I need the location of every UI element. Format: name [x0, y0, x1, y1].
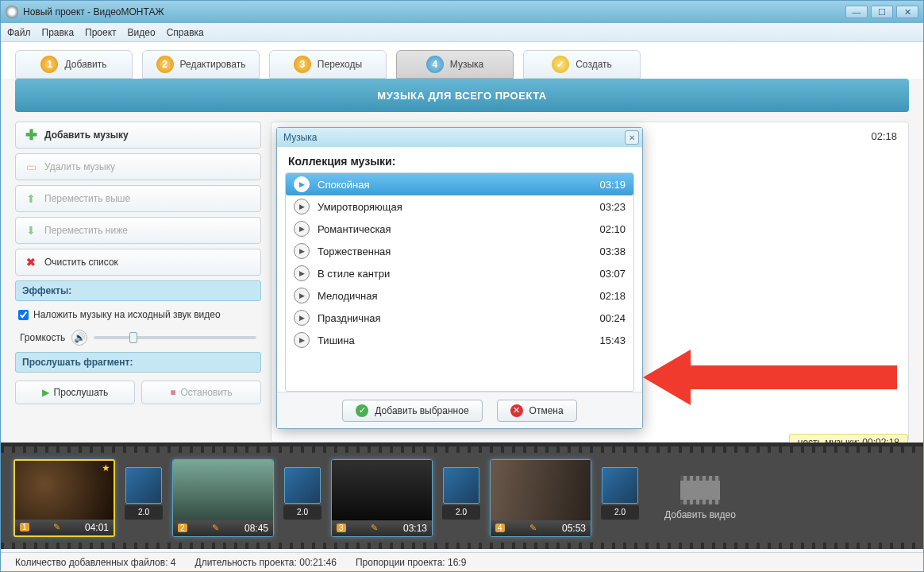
check-icon: ✓: [356, 404, 368, 417]
banner: МУЗЫКА ДЛЯ ВСЕГО ПРОЕКТА: [15, 79, 909, 112]
cancel-button[interactable]: ✕Отмена: [497, 400, 577, 422]
speaker-icon[interactable]: 🔊: [71, 330, 87, 346]
app-icon: [6, 6, 18, 18]
timeline[interactable]: ★ 1✎04:01 2.0 2✎08:45 2.0 3✎03:13 2.0 4✎…: [1, 443, 923, 549]
sidebar: ✚Добавить музыку ▭Удалить музыку ⬆Переме…: [15, 122, 261, 443]
menubar: Файл Правка Проект Видео Справка: [1, 23, 923, 42]
step-create[interactable]: Создать: [523, 50, 641, 79]
slider-thumb[interactable]: [129, 332, 137, 343]
play-icon[interactable]: ▶: [294, 332, 310, 348]
play-icon[interactable]: ▶: [294, 310, 310, 326]
track-row[interactable]: ▶Праздничная00:24: [286, 307, 633, 329]
titlebar: Новый проект - ВидеоМОНТАЖ — ☐ ✕: [1, 1, 923, 23]
edit-icon[interactable]: ✎: [371, 523, 378, 533]
menu-help[interactable]: Справка: [167, 27, 204, 38]
close-button[interactable]: ✕: [896, 6, 918, 18]
menu-video[interactable]: Видео: [128, 27, 156, 38]
track-row[interactable]: ▶В стиле кантри03:07: [286, 262, 633, 284]
preview-header: Прослушать фрагмент:: [15, 352, 261, 373]
arrow-up-icon: ⬆: [24, 191, 38, 206]
clip-thumb: [332, 460, 432, 520]
step-transitions[interactable]: 3Переходы: [269, 50, 387, 79]
status-length: Длительность проекта: 00:21:46: [195, 557, 337, 568]
step-music[interactable]: 4Музыка: [396, 50, 514, 79]
filmstrip-icon: [680, 476, 720, 504]
play-icon[interactable]: ▶: [294, 288, 310, 303]
track-row[interactable]: ▶Романтическая02:10: [286, 218, 633, 240]
dialog-header: Коллекция музыки:: [277, 147, 642, 172]
volume-slider[interactable]: [94, 336, 256, 339]
folder-icon: ▭: [24, 160, 38, 174]
play-icon[interactable]: ▶: [294, 221, 310, 237]
move-down-button[interactable]: ⬇Переместить ниже: [15, 217, 261, 244]
track-row[interactable]: ▶Тишина15:43: [286, 329, 633, 351]
maximize-button[interactable]: ☐: [871, 6, 893, 18]
statusbar: Количество добавленных файлов: 4 Длитель…: [1, 552, 923, 571]
edit-icon[interactable]: ✎: [529, 523, 537, 533]
play-icon[interactable]: ▶: [294, 199, 310, 214]
track-row[interactable]: ▶Спокойная03:19: [286, 173, 633, 195]
arrow-down-icon: ⬇: [24, 223, 38, 238]
volume-row: Громкость 🔊: [15, 328, 261, 347]
transition-4[interactable]: 2.0: [601, 467, 639, 529]
preview-stop-button[interactable]: ■Остановить: [141, 381, 261, 404]
status-files: Количество добавленных файлов: 4: [15, 557, 176, 568]
add-video-button[interactable]: Добавить видео: [649, 458, 752, 538]
clip-3[interactable]: 3✎03:13: [331, 459, 433, 537]
transition-3[interactable]: 2.0: [442, 467, 480, 529]
preview-play-button[interactable]: ▶Прослушать: [15, 381, 135, 404]
music-dialog: Музыка ✕ Коллекция музыки: ▶Спокойная03:…: [276, 127, 643, 429]
steps-row: 1Добавить 2Редактировать 3Переходы 4Музы…: [1, 42, 923, 79]
edit-icon[interactable]: ✎: [53, 522, 60, 532]
timecode: 02:18: [871, 130, 897, 142]
menu-file[interactable]: Файл: [7, 27, 31, 38]
play-icon[interactable]: ▶: [294, 265, 310, 281]
track-row[interactable]: ▶Торжественная03:38: [286, 240, 633, 262]
add-music-button[interactable]: ✚Добавить музыку: [15, 122, 261, 149]
play-icon[interactable]: ▶: [294, 243, 310, 259]
clip-thumb: [491, 460, 591, 520]
step-edit[interactable]: 2Редактировать: [142, 50, 260, 79]
minimize-button[interactable]: —: [845, 6, 868, 18]
add-selected-button[interactable]: ✓Добавить выбранное: [342, 400, 482, 422]
edit-icon[interactable]: ✎: [212, 523, 219, 533]
move-up-button[interactable]: ⬆Переместить выше: [15, 185, 261, 212]
status-ratio: Пропорции проекта: 16:9: [356, 557, 466, 568]
clear-list-button[interactable]: ✖Очистить список: [15, 249, 261, 276]
overlay-checkbox[interactable]: [18, 310, 29, 320]
track-row[interactable]: ▶Мелодичная02:18: [286, 284, 633, 307]
overlay-checkbox-row[interactable]: Наложить музыку на исходный звук видео: [15, 306, 261, 323]
clip-4[interactable]: 4✎05:53: [490, 459, 591, 537]
delete-music-button[interactable]: ▭Удалить музыку: [15, 153, 261, 180]
menu-project[interactable]: Проект: [85, 27, 117, 38]
cancel-icon: ✕: [510, 404, 523, 417]
clip-thumb: [173, 460, 273, 520]
clear-icon: ✖: [24, 255, 38, 269]
dialog-titlebar: Музыка ✕: [277, 128, 642, 147]
track-row[interactable]: ▶Умиротворяющая03:23: [286, 195, 633, 218]
menu-edit[interactable]: Правка: [42, 27, 75, 38]
track-list[interactable]: ▶Спокойная03:19 ▶Умиротворяющая03:23 ▶Ро…: [285, 172, 634, 392]
window-title: Новый проект - ВидеоМОНТАЖ: [23, 6, 845, 17]
play-icon[interactable]: ▶: [294, 176, 310, 192]
transition-2[interactable]: 2.0: [283, 467, 321, 529]
clip-2[interactable]: 2✎08:45: [172, 459, 274, 537]
volume-label: Громкость: [20, 332, 65, 343]
dialog-close-icon[interactable]: ✕: [625, 130, 639, 145]
transition-1[interactable]: 2.0: [125, 467, 163, 529]
clip-1[interactable]: ★ 1✎04:01: [13, 459, 115, 537]
clip-thumb: ★: [15, 461, 114, 520]
step-add[interactable]: 1Добавить: [15, 50, 133, 79]
plus-icon: ✚: [24, 128, 38, 142]
effects-header: Эффекты:: [15, 280, 261, 301]
